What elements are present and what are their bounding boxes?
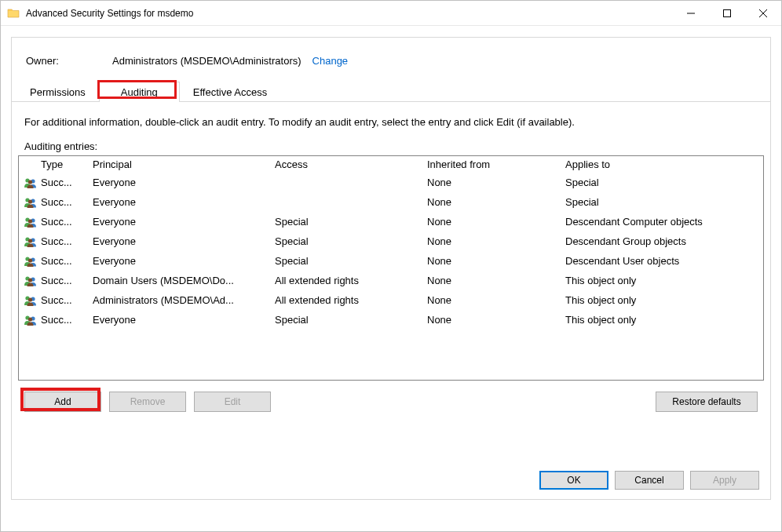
change-owner-link[interactable]: Change bbox=[312, 55, 349, 67]
svg-point-18 bbox=[28, 258, 32, 262]
table-row[interactable]: Succ...EveryoneNoneSpecial bbox=[19, 192, 763, 212]
table-row[interactable]: Succ...EveryoneSpecialNoneDescendant Use… bbox=[19, 251, 763, 271]
cell-type: Succ... bbox=[41, 235, 93, 247]
cell-principal: Administrators (MSDEMO\Ad... bbox=[93, 294, 275, 306]
info-text: For additional information, double-click… bbox=[18, 102, 764, 140]
owner-label: Owner: bbox=[26, 55, 112, 67]
cell-type: Succ... bbox=[41, 275, 93, 286]
cell-inherited: None bbox=[427, 177, 565, 188]
col-header-principal[interactable]: Principal bbox=[93, 159, 275, 170]
minimize-button[interactable] bbox=[673, 1, 709, 25]
cell-applies: Descendant Group objects bbox=[565, 235, 762, 247]
people-icon bbox=[20, 236, 41, 247]
cell-access: Special bbox=[275, 314, 427, 326]
svg-point-12 bbox=[28, 219, 32, 223]
cancel-button[interactable]: Cancel bbox=[615, 471, 684, 490]
titlebar: Advanced Security Settings for msdemo bbox=[1, 1, 781, 26]
cell-principal: Everyone bbox=[93, 196, 275, 208]
cell-inherited: None bbox=[427, 255, 565, 267]
window-title: Advanced Security Settings for msdemo bbox=[26, 8, 673, 19]
cell-type: Succ... bbox=[41, 314, 93, 326]
cell-type: Succ... bbox=[41, 216, 93, 228]
restore-defaults-button[interactable]: Restore defaults bbox=[656, 392, 758, 412]
people-icon bbox=[20, 217, 41, 228]
folder-icon bbox=[7, 7, 20, 20]
svg-point-27 bbox=[28, 317, 32, 321]
cell-principal: Everyone bbox=[93, 235, 275, 247]
svg-point-24 bbox=[28, 297, 32, 301]
cell-principal: Everyone bbox=[93, 177, 275, 188]
cell-type: Succ... bbox=[41, 177, 93, 188]
cell-applies: Descendant Computer objects bbox=[565, 216, 762, 228]
people-icon bbox=[20, 315, 41, 326]
tab-effective-access[interactable]: Effective Access bbox=[180, 82, 280, 102]
people-icon bbox=[20, 177, 41, 188]
people-icon bbox=[20, 295, 41, 306]
cell-applies: This object only bbox=[565, 314, 762, 326]
cell-applies: Descendant User objects bbox=[565, 255, 762, 267]
svg-point-6 bbox=[28, 180, 32, 184]
cell-principal: Domain Users (MSDEMO\Do... bbox=[93, 275, 275, 286]
tab-permissions[interactable]: Permissions bbox=[16, 82, 99, 102]
cell-access: All extended rights bbox=[275, 275, 427, 286]
cell-principal: Everyone bbox=[93, 216, 275, 228]
entries-label: Auditing entries: bbox=[18, 140, 764, 155]
cell-access: All extended rights bbox=[275, 294, 427, 306]
cell-inherited: None bbox=[427, 294, 565, 306]
apply-button: Apply bbox=[690, 471, 759, 490]
svg-point-15 bbox=[28, 239, 32, 242]
table-row[interactable]: Succ...EveryoneSpecialNoneDescendant Gro… bbox=[19, 231, 763, 251]
maximize-button[interactable] bbox=[709, 1, 745, 25]
remove-button: Remove bbox=[109, 392, 186, 412]
table-row[interactable]: Succ...EveryoneSpecialNoneThis object on… bbox=[19, 310, 763, 330]
cell-applies: Special bbox=[565, 196, 762, 208]
cell-access: Special bbox=[275, 235, 427, 247]
cell-inherited: None bbox=[427, 196, 565, 208]
content-panel: Owner: Administrators (MSDEMO\Administra… bbox=[11, 37, 771, 500]
people-icon bbox=[20, 275, 41, 286]
people-icon bbox=[20, 256, 41, 267]
cell-applies: Special bbox=[565, 177, 762, 188]
tab-strip: Permissions Auditing Effective Access bbox=[12, 81, 770, 102]
ok-button[interactable]: OK bbox=[539, 471, 608, 490]
col-header-inherited[interactable]: Inherited from bbox=[427, 159, 565, 170]
edit-button: Edit bbox=[194, 392, 271, 412]
cell-inherited: None bbox=[427, 275, 565, 286]
svg-point-21 bbox=[28, 278, 32, 282]
owner-value: Administrators (MSDEMO\Administrators) bbox=[112, 55, 301, 67]
table-row[interactable]: Succ...Administrators (MSDEMO\Ad...All e… bbox=[19, 290, 763, 310]
table-row[interactable]: Succ...Domain Users (MSDEMO\Do...All ext… bbox=[19, 271, 763, 290]
table-row[interactable]: Succ...EveryoneNoneSpecial bbox=[19, 173, 763, 192]
cell-principal: Everyone bbox=[93, 255, 275, 267]
cell-inherited: None bbox=[427, 235, 565, 247]
cell-type: Succ... bbox=[41, 196, 93, 208]
people-icon bbox=[20, 197, 41, 208]
close-button[interactable] bbox=[745, 1, 781, 25]
cell-type: Succ... bbox=[41, 255, 93, 267]
cell-inherited: None bbox=[427, 314, 565, 326]
cell-inherited: None bbox=[427, 216, 565, 228]
col-header-type[interactable]: Type bbox=[41, 159, 93, 170]
cell-applies: This object only bbox=[565, 275, 762, 286]
add-button[interactable]: Add bbox=[24, 392, 101, 412]
table-row[interactable]: Succ...EveryoneSpecialNoneDescendant Com… bbox=[19, 212, 763, 231]
cell-principal: Everyone bbox=[93, 314, 275, 326]
tab-auditing[interactable]: Auditing bbox=[99, 82, 180, 102]
svg-rect-1 bbox=[724, 9, 731, 16]
cell-applies: This object only bbox=[565, 294, 762, 306]
cell-type: Succ... bbox=[41, 294, 93, 306]
cell-access: Special bbox=[275, 216, 427, 228]
grid-header: Type Principal Access Inherited from App… bbox=[19, 156, 763, 173]
col-header-access[interactable]: Access bbox=[275, 159, 427, 170]
cell-access: Special bbox=[275, 255, 427, 267]
col-header-applies[interactable]: Applies to bbox=[565, 159, 762, 170]
auditing-entries-grid[interactable]: Type Principal Access Inherited from App… bbox=[18, 155, 764, 381]
svg-point-9 bbox=[28, 199, 32, 203]
